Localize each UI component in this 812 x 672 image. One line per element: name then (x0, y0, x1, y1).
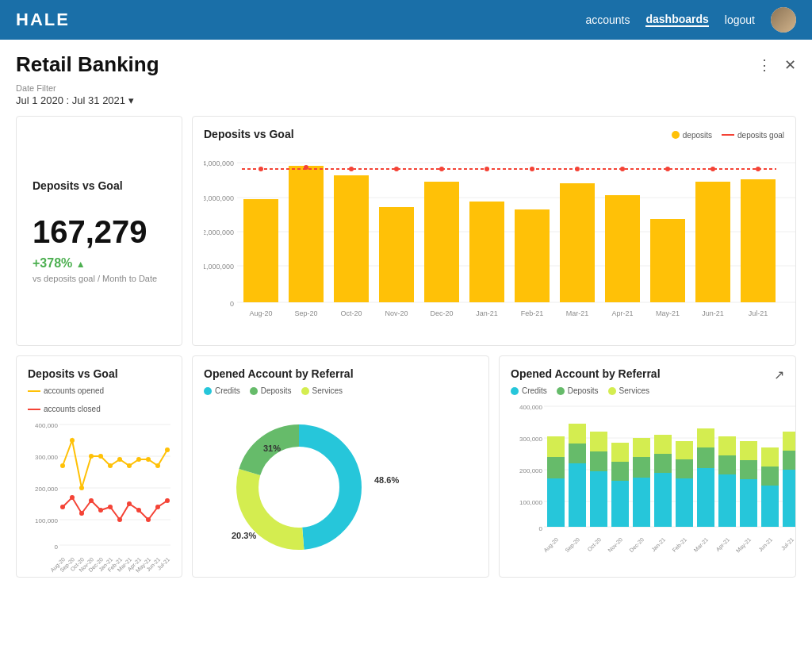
main-chart-card: Deposits vs Goal deposits deposits goal … (192, 116, 796, 346)
svg-rect-126 (611, 443, 629, 462)
avatar-image (771, 7, 796, 33)
svg-rect-123 (590, 432, 607, 451)
svg-rect-147 (761, 447, 779, 467)
bottom-middle-legend: Credits Deposits Services (204, 386, 477, 395)
svg-rect-146 (761, 467, 779, 486)
svg-rect-16 (289, 166, 324, 302)
nav: accounts dashboards logout (585, 7, 796, 33)
svg-text:Jan-21: Jan-21 (476, 309, 498, 317)
svg-point-34 (530, 167, 534, 171)
closed-legend-label: accounts closed (44, 405, 101, 413)
avatar (771, 7, 796, 33)
svg-point-33 (485, 167, 489, 171)
svg-text:Mar-21: Mar-21 (566, 309, 589, 317)
svg-point-30 (349, 167, 354, 171)
deposits-label: Deposits (261, 386, 292, 395)
svg-rect-17 (334, 175, 369, 302)
kpi-arrow-icon: ▲ (76, 259, 86, 270)
svg-text:Sep-20: Sep-20 (294, 309, 317, 317)
svg-rect-15 (243, 199, 278, 302)
svg-rect-139 (718, 474, 736, 527)
legend-goal: deposits goal (722, 131, 784, 140)
page-title-row: Retail Banking ⋮ ✕ (16, 52, 796, 77)
bottom-right-legend: Credits Deposits Services (511, 386, 784, 395)
svg-point-101 (261, 449, 337, 525)
legend-opened: accounts opened (28, 386, 104, 395)
bottom-left-legend: accounts opened accounts closed (28, 386, 170, 413)
svg-rect-24 (650, 219, 685, 302)
kpi-label: vs deposits goal / Month to Date (33, 274, 166, 283)
svg-text:Jun-21: Jun-21 (757, 536, 773, 552)
svg-rect-128 (633, 457, 650, 478)
deposits-legend-label: deposits (683, 131, 712, 140)
main-chart-title: Deposits vs Goal (204, 128, 294, 140)
svg-point-67 (108, 463, 113, 468)
bottom-right-card: Opened Account by Referral ↗ Credits Dep… (499, 355, 796, 578)
legend-deposits-right: Deposits (557, 386, 599, 395)
external-link-icon[interactable]: ↗ (774, 367, 784, 382)
svg-point-72 (155, 463, 160, 468)
svg-point-75 (70, 495, 75, 500)
svg-point-63 (70, 438, 75, 443)
svg-rect-23 (605, 195, 640, 302)
bottom-left-title: Deposits vs Goal (28, 367, 170, 380)
svg-rect-144 (740, 441, 757, 460)
legend-deposits: deposits (672, 131, 712, 140)
bottom-right-title: Opened Account by Referral (511, 367, 661, 380)
svg-rect-145 (761, 486, 779, 527)
svg-text:Feb-21: Feb-21 (672, 536, 688, 553)
bottom-left-chart: 400,000 300,000 200,000 100,000 0 (28, 418, 172, 577)
svg-rect-133 (676, 478, 693, 527)
nav-dashboards[interactable]: dashboards (645, 13, 708, 27)
opened-legend-label: accounts opened (44, 386, 104, 395)
nav-accounts[interactable]: accounts (585, 13, 630, 26)
svg-text:0: 0 (230, 300, 234, 308)
svg-point-83 (146, 517, 151, 522)
svg-text:Sep-20: Sep-20 (564, 536, 581, 554)
svg-point-82 (136, 508, 141, 513)
svg-text:31%: 31% (263, 444, 281, 453)
bottom-left-card: Deposits vs Goal accounts opened account… (16, 355, 182, 578)
svg-point-29 (304, 165, 308, 170)
svg-text:Apr-21: Apr-21 (714, 536, 731, 553)
svg-rect-119 (569, 444, 586, 463)
svg-rect-120 (569, 424, 586, 444)
svg-point-81 (127, 501, 132, 506)
date-filter-value[interactable]: Jul 1 2020 : Jul 31 2021 ▾ (16, 94, 796, 106)
svg-rect-118 (569, 463, 586, 527)
deposits-dot (250, 387, 258, 395)
main-chart-legend: deposits deposits goal (672, 131, 784, 140)
svg-rect-26 (741, 179, 776, 302)
svg-text:300,000: 300,000 (519, 436, 542, 443)
svg-rect-125 (611, 462, 629, 481)
svg-text:400,000: 400,000 (519, 404, 542, 411)
donut-chart: 48.6% 31% 20.3% (204, 400, 426, 566)
svg-text:200,000: 200,000 (35, 486, 58, 493)
nav-logout[interactable]: logout (725, 13, 755, 26)
svg-text:Jun-21: Jun-21 (702, 309, 724, 317)
page-actions: ⋮ ✕ (757, 56, 796, 74)
close-icon[interactable]: ✕ (784, 56, 796, 74)
more-options-icon[interactable]: ⋮ (757, 56, 772, 74)
legend-services-right: Services (608, 386, 649, 395)
svg-point-69 (127, 463, 132, 468)
svg-rect-21 (515, 209, 550, 302)
svg-text:Apr-21: Apr-21 (611, 309, 633, 317)
svg-text:200,000: 200,000 (519, 467, 542, 474)
svg-rect-136 (697, 468, 714, 527)
bottom-middle-title: Opened Account by Referral (204, 367, 477, 380)
legend-credits: Credits (204, 386, 240, 395)
svg-text:100,000: 100,000 (519, 499, 542, 506)
svg-point-85 (165, 498, 170, 503)
svg-rect-18 (379, 207, 414, 302)
goal-legend-line (722, 134, 734, 136)
svg-rect-149 (783, 451, 796, 470)
credits-label: Credits (215, 386, 240, 395)
svg-text:Dec-20: Dec-20 (628, 536, 645, 553)
svg-rect-20 (469, 202, 504, 302)
credits-label-right: Credits (522, 386, 547, 395)
opened-legend-line (28, 390, 40, 392)
svg-text:20.3%: 20.3% (232, 531, 256, 540)
svg-point-74 (60, 505, 65, 509)
svg-rect-116 (547, 457, 565, 478)
